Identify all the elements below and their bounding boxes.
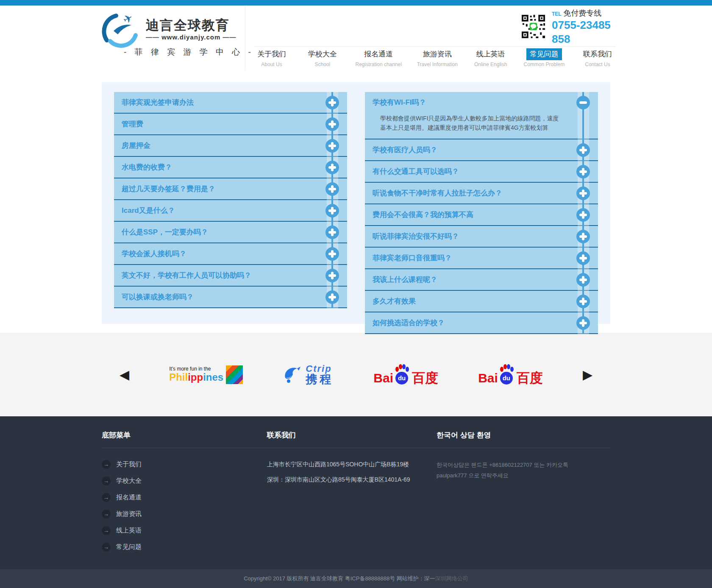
expand-plus-icon[interactable]: [576, 273, 590, 287]
faq-row[interactable]: 菲律宾老师口音很重吗？: [365, 248, 598, 269]
arrow-circle-icon: →: [102, 510, 111, 518]
faq-row[interactable]: 如何挑选适合的学校？: [365, 312, 598, 334]
nav-label-en: Registration channel: [356, 61, 402, 67]
nav-label-en: Online English: [473, 61, 509, 67]
footer-link-common-problem[interactable]: → 常见问题: [102, 543, 267, 552]
faq-question: 如何挑选适合的学校？: [365, 312, 598, 333]
tel-label: TEL: [552, 11, 562, 17]
faq-question: 管理费: [114, 114, 347, 134]
expand-plus-icon[interactable]: [576, 143, 590, 157]
faq-question: 费用会不会很高？我的预算不高: [365, 204, 598, 225]
nav-label-en: School: [305, 61, 340, 67]
partners-carousel: ◀ It's more fun in the Philippines Ctrip: [0, 333, 712, 416]
faq-question: 听说菲律宾治安很不好吗？: [365, 226, 598, 247]
partner-logo-baidu[interactable]: Bai du 百度: [373, 365, 438, 385]
faq-row[interactable]: 多久才有效果: [365, 291, 598, 312]
nav-item-common-problem[interactable]: 常见问题 Common Problem: [524, 48, 565, 67]
footer-link-online-english[interactable]: → 线上英语: [102, 526, 267, 535]
footer-link-about[interactable]: → 关于我们: [102, 460, 267, 469]
faq-row-expanded[interactable]: 学校有WI-FI吗？ 學校都會提供WIFI只是因為學生人數較多加上當地的線路問題…: [365, 92, 598, 139]
free-line-label: 免付费专线: [563, 9, 601, 17]
faq-row[interactable]: 学校会派人接机吗？: [114, 243, 347, 265]
faq-question: 英文不好，学校有工作人员可以协助吗？: [114, 265, 347, 286]
nav-item-about-us[interactable]: 关于我们 About Us: [254, 48, 289, 67]
faq-row[interactable]: 可以换课或换老师吗？: [114, 287, 347, 308]
phone-number: 0755-23485858: [552, 18, 611, 46]
faq-row[interactable]: 超过几天要办签延？费用是？: [114, 178, 347, 200]
address-shanghai: 上海市长宁区中山西路1065号SOHO中山广场B栋19楼: [267, 461, 437, 468]
ctrip-cn-wordmark: 携程: [306, 373, 334, 385]
faq-row[interactable]: 我该上什么课程呢？: [365, 269, 598, 291]
expand-plus-icon[interactable]: [325, 269, 339, 282]
nav-label-cn: 关于我们: [254, 48, 289, 60]
expand-plus-icon[interactable]: [576, 187, 590, 200]
ctrip-wordmark: Ctrip: [306, 364, 334, 373]
arrow-circle-icon: →: [102, 493, 111, 502]
footer-korean-column: 한국어 상담 환영 한국어상담은 핸드폰 +8618602122707 또는 카…: [437, 430, 610, 559]
expand-plus-icon[interactable]: [325, 204, 339, 217]
nav-item-online-english[interactable]: 线上英语 Online English: [473, 48, 509, 67]
faq-row[interactable]: 有什么交通工具可以选吗？: [365, 161, 598, 183]
faq-row[interactable]: Icard又是什么？: [114, 200, 347, 222]
expand-plus-icon[interactable]: [325, 226, 339, 239]
logo[interactable]: ✈ 迪言全球教育 —— www.diyanjy.com —— - 菲 律 宾 游…: [101, 11, 254, 58]
nav-item-school[interactable]: 学校大全 School: [305, 48, 340, 67]
faq-row[interactable]: 什么是SSP，一定要办吗？: [114, 222, 347, 243]
nav-item-travel-info[interactable]: 旅游资讯 Travel Information: [417, 48, 458, 67]
faq-row[interactable]: 菲律宾观光签申请办法: [114, 92, 347, 114]
baidu-bai-text: Bai: [478, 372, 498, 385]
expand-plus-icon[interactable]: [325, 182, 339, 196]
expand-plus-icon[interactable]: [325, 290, 339, 304]
svg-text:✈: ✈: [121, 11, 135, 27]
footer-link-travel[interactable]: → 旅游资讯: [102, 510, 267, 518]
footer-contact-column: 联系我们 上海市长宁区中山西路1065号SOHO中山广场B栋19楼 深圳：深圳市…: [267, 430, 437, 559]
expand-plus-icon[interactable]: [325, 247, 339, 261]
faq-question: 菲律宾观光签申请办法: [114, 92, 347, 113]
faq-section: 菲律宾观光签申请办法 管理费 房屋押金 水电费的收费？ 超过几天要办签延？费用是…: [0, 71, 712, 333]
faq-answer: 學校都會提供WIFI只是因為學生人數較多加上當地的線路問題，速度基本上只是堪用。…: [365, 113, 598, 139]
faq-row[interactable]: 房屋押金: [114, 135, 347, 157]
expand-plus-icon[interactable]: [325, 161, 339, 174]
expand-plus-icon[interactable]: [576, 208, 590, 222]
collapse-minus-icon[interactable]: [576, 96, 590, 109]
expand-plus-icon[interactable]: [325, 96, 339, 109]
baidu-paw-icon: [395, 364, 409, 373]
maintainer-company-link[interactable]: 深圳网络公司: [435, 575, 468, 582]
page: ✈ 迪言全球教育 —— www.diyanjy.com —— - 菲 律 宾 游…: [0, 0, 712, 588]
faq-row[interactable]: 学校有医疗人员吗？: [365, 139, 598, 161]
expand-plus-icon[interactable]: [325, 139, 339, 153]
logo-text: 迪言全球教育 —— www.diyanjy.com —— - 菲 律 宾 游 学…: [146, 11, 254, 58]
faq-question: 什么是SSP，一定要办吗？: [114, 222, 347, 242]
footer-menu-title: 底部菜单: [102, 430, 267, 448]
expand-plus-icon[interactable]: [576, 316, 590, 330]
expand-plus-icon[interactable]: [576, 230, 590, 243]
footer-link-school[interactable]: → 学校大全: [102, 477, 267, 485]
nav-item-registration[interactable]: 报名通道 Registration channel: [356, 48, 402, 67]
carousel-next-icon[interactable]: ▶: [583, 368, 592, 381]
partner-logo-philippines[interactable]: It's more fun in the Philippines: [169, 365, 243, 384]
expand-plus-icon[interactable]: [325, 117, 339, 131]
nav-label-en: Travel Information: [417, 61, 458, 67]
carousel-prev-icon[interactable]: ◀: [120, 368, 129, 381]
faq-row[interactable]: 英文不好，学校有工作人员可以协助吗？: [114, 265, 347, 287]
expand-plus-icon[interactable]: [576, 251, 590, 265]
faq-question: 学校有WI-FI吗？: [365, 92, 598, 113]
copyright-bar: Copyright© 2017 版权所有 迪言全球教育 粤ICP备8888888…: [0, 569, 712, 588]
faq-row[interactable]: 听说菲律宾治安很不好吗？: [365, 226, 598, 248]
nav-item-contact-us[interactable]: 联系我们 Contact Us: [580, 48, 615, 67]
partner-logo-baidu-2[interactable]: Bai du 百度: [478, 365, 543, 385]
baidu-bai-text: Bai: [373, 372, 393, 385]
expand-plus-icon[interactable]: [576, 165, 590, 178]
faq-row[interactable]: 费用会不会很高？我的预算不高: [365, 204, 598, 226]
nav-label-cn: 常见问题: [526, 48, 562, 60]
faq-row[interactable]: 水电费的收费？: [114, 157, 347, 178]
faq-row[interactable]: 管理费: [114, 114, 347, 135]
footer-link-registration[interactable]: → 报名通道: [102, 493, 267, 502]
qr-code: [521, 14, 546, 39]
faq-row[interactable]: 听说食物不干净时常有人拉肚子怎么办？: [365, 183, 598, 204]
nav-label-cn: 旅游资讯: [420, 48, 455, 60]
brand-subtitle: - 菲 律 宾 游 学 中 心 -: [124, 47, 254, 58]
partner-logo-ctrip[interactable]: Ctrip 携程: [283, 364, 334, 385]
expand-plus-icon[interactable]: [576, 295, 590, 308]
faq-panel-left: 菲律宾观光签申请办法 管理费 房屋押金 水电费的收费？ 超过几天要办签延？费用是…: [114, 92, 347, 308]
